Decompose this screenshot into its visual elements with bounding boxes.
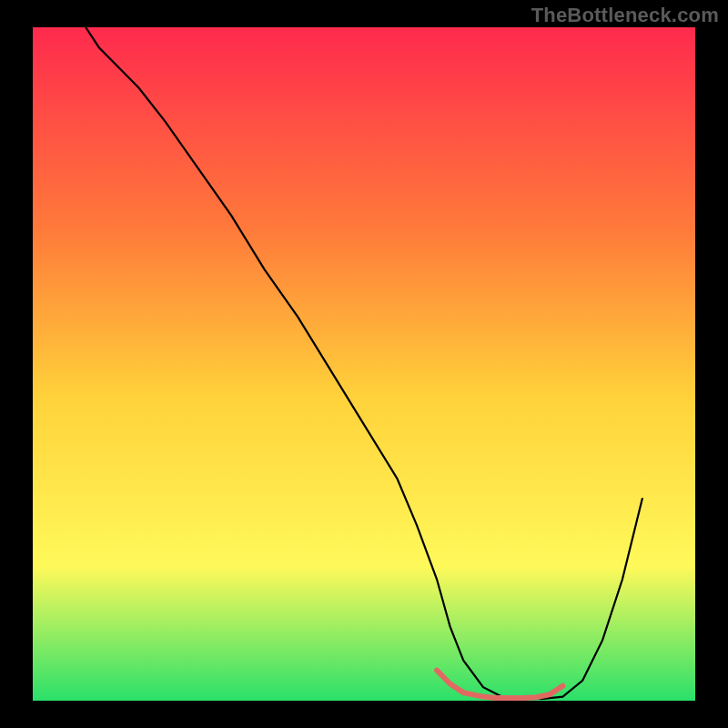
bottleneck-chart <box>0 0 728 728</box>
plot-background <box>33 27 695 701</box>
chart-frame: TheBottleneck.com <box>0 0 728 728</box>
watermark-label: TheBottleneck.com <box>531 4 719 27</box>
